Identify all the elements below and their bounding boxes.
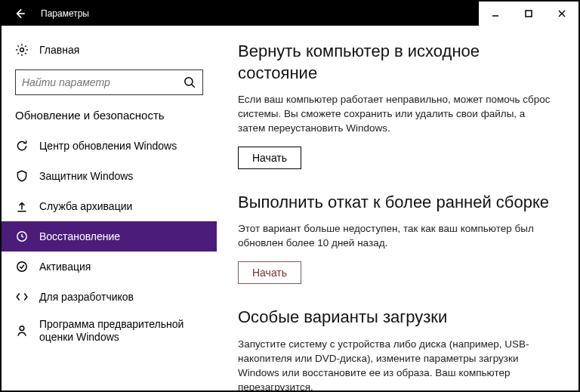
svg-rect-2	[526, 11, 532, 17]
section-title: Особые варианты загрузки	[238, 307, 557, 329]
sync-icon	[15, 139, 29, 153]
sidebar-item-label: Центр обновления Windows	[39, 140, 177, 152]
close-icon	[558, 10, 566, 17]
sidebar-item-defender[interactable]: Защитник Windows	[2, 161, 217, 191]
history-icon	[15, 230, 29, 243]
section-desc: Этот вариант больше недоступен, так как …	[238, 222, 555, 251]
section-title: Выполнить откат к более ранней сборке	[238, 192, 557, 214]
section-title: Вернуть компьютер в исходное состояние	[238, 41, 557, 84]
maximize-icon	[525, 10, 532, 17]
window-title: Параметры	[38, 8, 89, 19]
sidebar: Главная Обновление и безопасность Центр …	[2, 26, 217, 390]
upload-icon	[15, 199, 29, 213]
minimize-icon	[492, 10, 499, 17]
reset-start-button[interactable]: Начать	[238, 147, 301, 169]
sidebar-item-label: Программа предварительной оценки Windows	[39, 318, 203, 344]
search-icon	[183, 76, 196, 89]
sidebar-item-label: Служба архивации	[39, 200, 132, 212]
sidebar-item-label: Защитник Windows	[39, 170, 133, 182]
search-input[interactable]	[22, 76, 183, 88]
svg-point-6	[185, 78, 193, 85]
back-button[interactable]	[2, 2, 38, 26]
section-rollback: Выполнить откат к более ранней сборке Эт…	[238, 192, 557, 284]
main-content: Вернуть компьютер в исходное состояние Е…	[217, 26, 578, 390]
sidebar-item-label: Восстановление	[39, 230, 120, 242]
sidebar-item-activation[interactable]: Активация	[2, 252, 217, 282]
gear-icon	[15, 43, 29, 57]
category-header: Обновление и безопасность	[2, 104, 217, 131]
svg-point-10	[17, 262, 26, 271]
arrow-left-icon	[13, 7, 26, 20]
section-desc: Если ваш компьютер работает неправильно,…	[238, 93, 555, 136]
sidebar-item-label: Активация	[39, 261, 91, 273]
sidebar-item-insider[interactable]: Программа предварительной оценки Windows	[2, 312, 217, 350]
section-advanced-startup: Особые варианты загрузки Запустите систе…	[238, 307, 557, 390]
section-reset-pc: Вернуть компьютер в исходное состояние Е…	[238, 41, 557, 169]
sidebar-item-recovery[interactable]: Восстановление	[2, 221, 217, 252]
titlebar: Параметры	[2, 2, 578, 26]
maximize-button[interactable]	[512, 2, 545, 26]
check-circle-icon	[15, 260, 29, 273]
code-icon	[15, 290, 29, 304]
sidebar-home[interactable]: Главная	[2, 35, 217, 65]
search-box[interactable]	[15, 69, 203, 95]
sidebar-item-backup[interactable]: Служба архивации	[2, 191, 217, 221]
minimize-button[interactable]	[479, 2, 512, 26]
svg-point-11	[20, 326, 24, 331]
svg-line-7	[192, 85, 195, 88]
sidebar-item-developers[interactable]: Для разработчиков	[2, 282, 217, 312]
svg-point-5	[20, 48, 24, 52]
sidebar-item-label: Для разработчиков	[39, 291, 134, 303]
section-desc: Запустите систему с устройства либо диск…	[238, 338, 555, 390]
sidebar-item-windows-update[interactable]: Центр обновления Windows	[2, 131, 217, 161]
person-icon	[15, 324, 29, 338]
shield-icon	[15, 169, 29, 183]
rollback-start-button[interactable]: Начать	[238, 261, 301, 284]
close-button[interactable]	[545, 2, 578, 26]
sidebar-home-label: Главная	[39, 44, 79, 56]
